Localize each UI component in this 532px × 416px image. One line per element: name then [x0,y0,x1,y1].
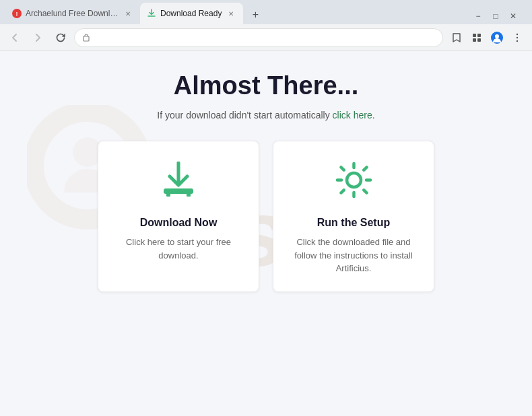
cards-row: Download Now Click here to start your fr… [71,141,461,292]
svg-rect-5 [473,38,476,42]
svg-rect-17 [187,193,191,197]
run-setup-card[interactable]: Run the Setup Click the downloaded file … [273,141,434,292]
svg-rect-2 [84,36,89,41]
toolbar-icons [447,28,527,47]
svg-point-11 [517,40,518,41]
reload-button[interactable] [51,28,70,47]
tab2-close[interactable]: ✕ [226,8,236,19]
tab2-favicon [147,9,156,18]
page-title: Almost There... [174,71,359,100]
subtitle-text: If your download didn't start automatica… [157,110,332,120]
new-tab-button[interactable]: + [246,5,265,24]
omnibox[interactable] [74,28,443,47]
browser-window: ! Archaelund Free Download » S... ✕ Down… [0,0,532,416]
extensions-button[interactable] [467,28,486,47]
bookmark-button[interactable] [447,28,466,47]
download-card-title: Download Now [140,217,218,229]
profile-button[interactable] [488,28,506,47]
svg-point-10 [517,36,518,38]
download-now-card[interactable]: Download Now Click here to start your fr… [98,141,259,292]
tab2-label: Download Ready [160,9,222,18]
maximize-button[interactable]: □ [488,8,504,24]
svg-text:!: ! [16,11,18,18]
setup-card-title: Run the Setup [317,217,390,229]
download-card-desc: Click here to start your free download. [112,236,245,262]
svg-rect-4 [477,34,481,37]
svg-point-8 [495,34,499,38]
svg-rect-6 [477,38,481,42]
back-button[interactable] [5,28,24,47]
svg-rect-16 [166,193,170,197]
minimize-button[interactable]: − [470,8,486,24]
setup-card-desc: Click the downloaded file and follow the… [287,236,420,275]
svg-rect-3 [473,34,476,37]
page-subtitle: If your download didn't start automatica… [157,110,374,120]
svg-point-9 [517,33,518,34]
click-here-link[interactable]: click here. [333,110,375,120]
download-card-icon [158,162,199,206]
page-inner: Almost There... If your download didn't … [0,51,532,416]
setup-card-icon [335,162,372,206]
tab-archaelund[interactable]: ! Archaelund Free Download » S... ✕ [5,3,140,24]
tab1-label: Archaelund Free Download » S... [26,9,119,18]
tabs-bar: ! Archaelund Free Download » S... ✕ Down… [0,0,532,24]
tab1-close[interactable]: ✕ [123,8,133,19]
tab-download-ready[interactable]: Download Ready ✕ [140,3,243,24]
tab1-favicon: ! [12,9,22,18]
close-button[interactable]: ✕ [505,8,521,24]
svg-rect-15 [164,188,193,194]
page-content: risc. Almost There... If your download d… [0,51,532,416]
forward-button[interactable] [28,28,47,47]
window-controls: − □ ✕ [470,8,521,24]
address-bar [0,24,532,51]
menu-button[interactable] [508,28,527,47]
